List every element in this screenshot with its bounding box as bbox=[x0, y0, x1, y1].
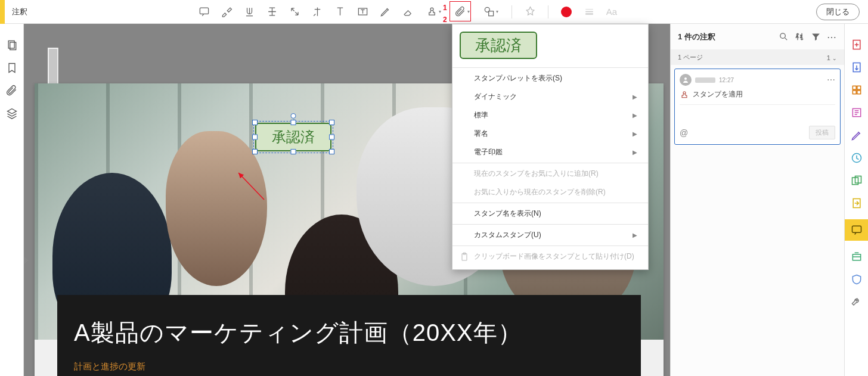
more-icon[interactable]: ⋯ bbox=[827, 32, 837, 42]
selection-outline bbox=[253, 121, 333, 153]
menu-label: スタンプ名を表示(N) bbox=[474, 209, 541, 219]
svg-rect-17 bbox=[852, 86, 856, 89]
close-button[interactable]: 閉じる bbox=[816, 4, 860, 20]
callout-number-2: 2 bbox=[443, 15, 447, 24]
layers-icon[interactable] bbox=[6, 107, 18, 119]
create-pdf-icon[interactable] bbox=[850, 38, 863, 51]
stamp-icon bbox=[680, 90, 689, 100]
comment-item[interactable]: 12:27 ⋯ スタンプを適用 @ 投稿 bbox=[674, 69, 841, 145]
fill-sign-icon[interactable] bbox=[850, 129, 863, 142]
avatar bbox=[680, 74, 692, 86]
toolbar-separator bbox=[512, 5, 512, 18]
pager-label: 1 ページ bbox=[678, 53, 703, 62]
attachment-icon[interactable] bbox=[6, 85, 18, 97]
send-comments-icon[interactable] bbox=[850, 151, 863, 164]
insert-text-tool[interactable] bbox=[310, 5, 324, 19]
menu-custom-stamps[interactable]: カスタムスタンプ(U)▶ bbox=[452, 226, 648, 244]
mode-color-tab bbox=[0, 0, 5, 24]
highlight-tool[interactable] bbox=[219, 5, 234, 19]
comment-more-icon[interactable]: ⋯ bbox=[827, 75, 835, 85]
combine-icon[interactable] bbox=[850, 174, 863, 187]
filter-icon[interactable] bbox=[811, 32, 821, 42]
menu-remove-favorite: お気に入りから現在のスタンプを削除(R) bbox=[452, 183, 648, 201]
edit-pdf-icon[interactable] bbox=[850, 106, 863, 119]
add-text-tool[interactable] bbox=[333, 5, 347, 19]
menu-standard-stamps[interactable]: 標準▶ bbox=[452, 106, 648, 125]
textbox-tool[interactable] bbox=[355, 5, 370, 19]
comment-action-text: スタンプを適用 bbox=[693, 89, 743, 100]
underline-tool[interactable] bbox=[242, 5, 256, 19]
line-weight-tool[interactable] bbox=[582, 5, 596, 19]
eraser-tool[interactable] bbox=[401, 5, 415, 19]
pencil-tool[interactable] bbox=[378, 5, 392, 19]
comment-username-redacted bbox=[695, 77, 715, 83]
callout-box-1 bbox=[450, 1, 471, 21]
comments-header: 1 件の注釈 AZ ⋯ bbox=[671, 24, 844, 50]
menu-label: 電子印鑑 bbox=[474, 147, 503, 157]
resize-handle-nw[interactable] bbox=[252, 120, 258, 125]
menu-dynamic-stamps[interactable]: ダイナミック▶ bbox=[452, 88, 648, 106]
bookmark-icon[interactable] bbox=[6, 62, 18, 74]
menu-show-stamp-names[interactable]: スタンプ名を表示(N) bbox=[452, 204, 648, 223]
strikethrough-tool[interactable] bbox=[265, 5, 279, 19]
menu-separator bbox=[452, 246, 648, 246]
rotation-handle[interactable] bbox=[291, 113, 296, 119]
stamp-preview-item[interactable]: 承認済 bbox=[452, 24, 648, 66]
chevron-right-icon: ▶ bbox=[633, 130, 637, 137]
svg-rect-27 bbox=[852, 254, 860, 260]
menu-label: お気に入りから現在のスタンプを削除(R) bbox=[474, 187, 606, 197]
stamp-preview-text: 承認済 bbox=[475, 35, 522, 56]
expand-panel-handle[interactable] bbox=[24, 256, 29, 265]
reply-input[interactable] bbox=[680, 109, 835, 120]
annotation-toolbar: 注釈 ▾ ▾ ▾ Aa 閉じる bbox=[0, 0, 868, 24]
resize-handle-e[interactable] bbox=[329, 135, 334, 140]
comment-tool-icon[interactable] bbox=[845, 219, 869, 241]
mention-icon[interactable]: @ bbox=[680, 128, 688, 138]
menu-signature-stamps[interactable]: 署名▶ bbox=[452, 125, 648, 143]
stamp-annotation-selected[interactable]: 承認済 bbox=[255, 123, 331, 151]
svg-rect-18 bbox=[857, 86, 860, 89]
svg-point-10 bbox=[780, 33, 786, 39]
comments-panel: 1 件の注釈 AZ ⋯ 1 ページ 1 ⌄ 12:27 ⋯ スタンプを適用 @ bbox=[670, 24, 844, 376]
search-icon[interactable] bbox=[779, 32, 789, 42]
chevron-right-icon: ▶ bbox=[633, 112, 637, 119]
resize-handle-s[interactable] bbox=[291, 149, 296, 154]
chevron-right-icon: ▶ bbox=[633, 232, 637, 238]
scan-ocr-icon[interactable] bbox=[850, 250, 863, 263]
clipboard-icon bbox=[460, 252, 469, 262]
resize-handle-se[interactable] bbox=[329, 149, 334, 154]
sticky-note-tool[interactable] bbox=[197, 5, 211, 19]
document-subtitle: 計画と進捗の更新 bbox=[74, 361, 624, 372]
menu-add-favorite: 現在のスタンプをお気に入りに追加(R) bbox=[452, 164, 648, 183]
replace-text-tool[interactable] bbox=[287, 5, 302, 19]
color-picker[interactable] bbox=[559, 5, 574, 19]
resize-handle-sw[interactable] bbox=[252, 149, 258, 154]
export-pdf-icon[interactable] bbox=[850, 61, 863, 74]
shapes-tool[interactable]: ▾ bbox=[480, 5, 501, 19]
share-icon[interactable] bbox=[850, 197, 863, 210]
resize-handle-w[interactable] bbox=[252, 135, 258, 140]
post-button[interactable]: 投稿 bbox=[809, 126, 835, 139]
stamp-tool[interactable]: ▾ bbox=[423, 5, 444, 19]
comment-time: 12:27 bbox=[719, 77, 734, 83]
protect-icon[interactable] bbox=[850, 273, 863, 286]
more-tools-icon[interactable] bbox=[850, 296, 863, 309]
menu-label: 現在のスタンプをお気に入りに追加(R) bbox=[474, 169, 599, 179]
menu-label: カスタムスタンプ(U) bbox=[474, 230, 541, 240]
menu-eseal-stamps[interactable]: 電子印鑑▶ bbox=[452, 143, 648, 161]
menu-separator bbox=[452, 203, 648, 203]
menu-label: 署名 bbox=[474, 129, 488, 139]
resize-handle-n[interactable] bbox=[291, 120, 296, 125]
svg-rect-19 bbox=[852, 91, 856, 94]
sort-icon[interactable]: AZ bbox=[795, 32, 805, 42]
pages-icon[interactable] bbox=[6, 39, 18, 51]
pin-tool[interactable] bbox=[523, 5, 537, 19]
organize-pages-icon[interactable] bbox=[850, 83, 863, 97]
menu-show-stamp-palette[interactable]: スタンプパレットを表示(S) bbox=[452, 69, 648, 88]
resize-handle-ne[interactable] bbox=[329, 120, 334, 125]
menu-label: スタンプパレットを表示(S) bbox=[474, 73, 562, 83]
comments-pager[interactable]: 1 ページ 1 ⌄ bbox=[671, 50, 844, 65]
comment-action-row: スタンプを適用 bbox=[680, 89, 835, 100]
title-banner: A製品のマーケティング計画（20XX年） 計画と進捗の更新 bbox=[57, 295, 641, 376]
font-tool[interactable]: Aa bbox=[604, 5, 619, 19]
